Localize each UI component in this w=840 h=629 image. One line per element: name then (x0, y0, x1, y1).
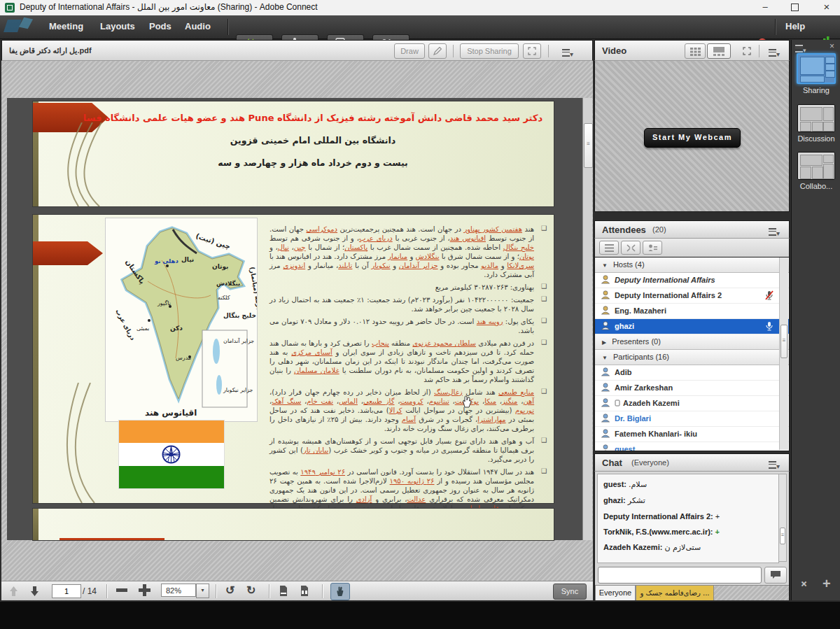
chat-tab-everyone[interactable]: Everyone (595, 585, 636, 600)
slide1-title: دکتر سید محمد قاضی دانش آموخته رشته فیزی… (75, 113, 551, 123)
chat-send-button[interactable] (764, 567, 787, 584)
page-number-input[interactable] (52, 584, 81, 598)
layout-discussion-label[interactable]: Discussion (792, 134, 840, 143)
attendee-name: Fatemeh Khanlari- ikiu (615, 430, 697, 438)
close-button[interactable]: × (815, 0, 839, 15)
attendee-row[interactable]: guest (595, 442, 789, 451)
chat-pod-header: Chat (Everyone) ▾ (594, 453, 790, 472)
attendee-row[interactable]: Adib (595, 365, 789, 381)
map-label: چین (تبت) (195, 232, 232, 250)
layouts-close-icon[interactable]: × (830, 41, 834, 51)
attendee-row[interactable]: ghazi (595, 319, 789, 334)
menu-audio[interactable]: Audio (185, 21, 211, 31)
chat-tab-private[interactable]: ... رضای‌فاطمه جسک و عل (636, 585, 714, 600)
layout-discussion-thumb[interactable] (797, 104, 835, 132)
minimize-button[interactable]: – (753, 0, 777, 15)
maximize-button[interactable] (783, 0, 806, 15)
attendee-row[interactable]: Fatemeh Khanlari- ikiu (595, 427, 789, 442)
menu-meeting[interactable]: Meeting (49, 21, 83, 31)
attendee-name: Deputy International Affairs 2 (615, 291, 722, 299)
list-view-icon (605, 244, 614, 252)
chat-messages: guest: سلام.ghazi: تشکرDeputy Internatio… (597, 474, 779, 563)
close-layouts-icon[interactable]: + (796, 577, 811, 591)
zoom-level-value[interactable]: 82% (161, 584, 196, 597)
zoom-in-button[interactable] (139, 584, 150, 596)
chat-pod-menu-button[interactable]: ▾ (769, 459, 780, 472)
person-icon (601, 321, 610, 330)
pan-tool-button[interactable] (330, 583, 350, 600)
attendee-row[interactable]: Amir Zarkeshan (595, 381, 789, 396)
document-scrollbar[interactable]: ≡ (582, 98, 592, 540)
layout-collaboration-label[interactable]: Collabo... (792, 182, 840, 190)
zoom-out-button[interactable] (116, 588, 127, 592)
zoom-dropdown-button[interactable]: ▾ (196, 584, 209, 598)
layout-collaboration-thumb[interactable] (797, 152, 835, 180)
menu-pods[interactable]: Pods (149, 21, 172, 31)
map-label: اقیانوس هند (145, 408, 197, 418)
scrollbar-thumb[interactable]: ≡ (584, 123, 593, 168)
person-icon (601, 306, 610, 315)
chat-message: TorkNik, F.S.(www.merc.ac.ir): + (603, 528, 773, 536)
video-fullscreen-button[interactable] (738, 43, 756, 59)
menu-help[interactable]: Help (785, 21, 805, 31)
chat-scrollbar[interactable]: ≡ (778, 474, 787, 562)
attendee-row[interactable]: Dr. Biglari (595, 411, 789, 427)
fit-page-button[interactable] (279, 585, 288, 597)
attendee-row[interactable]: Deputy International Affairs (595, 273, 789, 288)
attendee-list-view-button[interactable] (599, 241, 619, 255)
video-filmstrip-view-button[interactable] (707, 43, 731, 59)
triangle-down-icon: ▼ (602, 355, 608, 361)
attendee-row[interactable]: Deputy International Affairs 2 (595, 288, 789, 304)
sync-button[interactable]: Sync (553, 584, 587, 600)
chat-message: Deputy International Affairs 2: + (603, 512, 773, 521)
rotate-left-button[interactable]: ↺ (225, 584, 234, 597)
chat-message: ghazi: تشکر (603, 496, 773, 505)
attendees-list: ▼Hosts (4)Deputy International AffairsDe… (594, 257, 790, 451)
map-label: بمبئی (136, 325, 149, 332)
participants-group-row[interactable]: ▼Participants (16) (595, 350, 789, 365)
attendee-name: Amir Zarkeshan (615, 383, 673, 392)
attendee-row[interactable]: Eng. Mazaheri (595, 304, 789, 319)
page-up-button[interactable] (8, 586, 19, 597)
video-pod-menu-button[interactable]: ▾ (769, 47, 780, 59)
page-down-button[interactable] (29, 586, 40, 597)
slide-bullet: ❑در قرن دهم میلادی سلطان محمود غزنوی منط… (270, 339, 548, 384)
chat-input[interactable] (598, 567, 762, 584)
slide3-accent (59, 538, 164, 540)
person-icon (601, 429, 610, 438)
layout-sharing-label[interactable]: Sharing (792, 86, 840, 94)
map-label: برمه (میانمار) (248, 267, 257, 311)
breakout-view-button[interactable] (621, 241, 640, 255)
share-pod-menu-button[interactable]: ▾ (562, 47, 573, 59)
layout-sharing-thumb[interactable] (797, 53, 836, 84)
document-toolbar: / 14 82% ▾ ↺ ↻ Sync (1, 581, 593, 600)
pencil-tool-button[interactable] (428, 43, 447, 59)
stop-sharing-button[interactable]: Stop Sharing (460, 43, 519, 59)
hosts-group-row[interactable]: ▼Hosts (4) (595, 257, 789, 273)
presenters-group-row[interactable]: ▶Presenters (0) (595, 334, 789, 350)
rotate-right-button[interactable]: ↻ (246, 584, 255, 597)
add-layout-icon[interactable]: + (822, 576, 831, 592)
start-webcam-button[interactable]: Start My Webcam (644, 128, 741, 148)
person-icon (601, 383, 610, 392)
map-label: دکن (170, 325, 183, 332)
attendees-scrollbar[interactable]: ≡ (779, 257, 788, 450)
attendees-pod-menu-button[interactable]: ▾ (769, 226, 780, 239)
share-pod-header: یل ارائه دکتر قاض یفا.pdf Draw Stop Shar… (1, 40, 593, 61)
video-grid-view-button[interactable] (685, 43, 706, 59)
device-badge-icon (615, 400, 620, 407)
india-flag (119, 420, 224, 488)
adobe-connect-window: Deputy of International Affairs - معاونت… (0, 0, 840, 629)
attendees-count: (20) (652, 225, 666, 234)
fullscreen-button[interactable] (523, 43, 541, 59)
slide-1: دکتر سید محمد قاضی دانش آموخته رشته فیزی… (33, 101, 554, 206)
menu-bar: Meeting Layouts Pods Audio ▾ ▾ (0, 15, 840, 39)
menu-layouts[interactable]: Layouts (100, 21, 135, 31)
fit-width-button[interactable] (300, 585, 309, 597)
triangle-down-icon: ▼ (602, 262, 608, 269)
draw-button[interactable]: Draw (394, 43, 425, 59)
map-label: ناگپور (157, 299, 171, 306)
attendee-status-view-button[interactable] (643, 241, 662, 255)
map-label: دریای عرب (113, 308, 136, 342)
attendee-row[interactable]: Azadeh Kazemi (595, 396, 789, 411)
